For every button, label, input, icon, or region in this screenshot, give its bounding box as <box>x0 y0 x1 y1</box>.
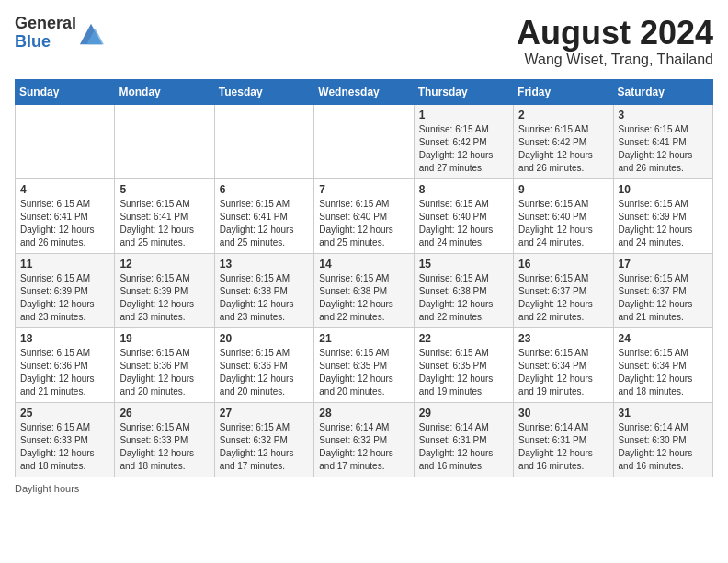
day-number: 12 <box>119 258 209 270</box>
calendar-cell: 10Sunrise: 6:15 AM Sunset: 6:39 PM Dayli… <box>613 178 712 253</box>
day-info: Sunrise: 6:15 AM Sunset: 6:35 PM Dayligh… <box>319 347 408 398</box>
calendar-header-row: SundayMondayTuesdayWednesdayThursdayFrid… <box>16 79 713 104</box>
day-number: 7 <box>319 183 408 196</box>
calendar-cell <box>314 104 414 178</box>
calendar-cell: 16Sunrise: 6:15 AM Sunset: 6:37 PM Dayli… <box>514 253 613 327</box>
day-number: 13 <box>220 258 309 270</box>
day-number: 30 <box>518 407 608 419</box>
day-info: Sunrise: 6:15 AM Sunset: 6:33 PM Dayligh… <box>119 421 209 473</box>
calendar-cell: 11Sunrise: 6:15 AM Sunset: 6:39 PM Dayli… <box>16 253 115 327</box>
month-year-title: August 2024 <box>517 15 713 52</box>
page-header: General Blue August 2024 Wang Wiset, Tra… <box>15 15 713 68</box>
header-wednesday: Wednesday <box>314 79 414 104</box>
header-thursday: Thursday <box>414 79 513 104</box>
day-number: 1 <box>419 109 508 121</box>
day-number: 4 <box>20 183 109 196</box>
day-info: Sunrise: 6:14 AM Sunset: 6:32 PM Dayligh… <box>319 421 408 473</box>
day-info: Sunrise: 6:15 AM Sunset: 6:32 PM Dayligh… <box>220 421 309 473</box>
day-info: Sunrise: 6:15 AM Sunset: 6:36 PM Dayligh… <box>20 347 109 398</box>
day-number: 22 <box>419 332 508 345</box>
day-info: Sunrise: 6:15 AM Sunset: 6:37 PM Dayligh… <box>518 272 608 324</box>
day-number: 29 <box>419 407 508 419</box>
calendar-cell: 14Sunrise: 6:15 AM Sunset: 6:38 PM Dayli… <box>314 253 414 327</box>
calendar-cell: 20Sunrise: 6:15 AM Sunset: 6:36 PM Dayli… <box>214 327 313 402</box>
header-sunday: Sunday <box>16 79 115 104</box>
calendar-cell: 2Sunrise: 6:15 AM Sunset: 6:42 PM Daylig… <box>514 104 613 178</box>
day-number: 3 <box>619 109 708 121</box>
day-number: 6 <box>220 183 309 196</box>
day-info: Sunrise: 6:15 AM Sunset: 6:42 PM Dayligh… <box>419 123 508 175</box>
day-info: Sunrise: 6:14 AM Sunset: 6:31 PM Dayligh… <box>419 421 508 473</box>
daylight-hours-label: Daylight hours <box>15 483 79 494</box>
calendar-cell: 3Sunrise: 6:15 AM Sunset: 6:41 PM Daylig… <box>613 104 712 178</box>
day-info: Sunrise: 6:15 AM Sunset: 6:41 PM Dayligh… <box>619 123 708 175</box>
title-block: August 2024 Wang Wiset, Trang, Thailand <box>517 15 713 68</box>
day-number: 2 <box>518 109 608 121</box>
day-number: 9 <box>518 183 608 196</box>
day-number: 31 <box>619 407 708 419</box>
day-info: Sunrise: 6:15 AM Sunset: 6:40 PM Dayligh… <box>319 198 408 249</box>
day-info: Sunrise: 6:15 AM Sunset: 6:41 PM Dayligh… <box>119 198 209 249</box>
day-info: Sunrise: 6:15 AM Sunset: 6:33 PM Dayligh… <box>20 421 109 473</box>
day-info: Sunrise: 6:15 AM Sunset: 6:40 PM Dayligh… <box>419 198 508 249</box>
calendar-cell: 29Sunrise: 6:14 AM Sunset: 6:31 PM Dayli… <box>414 402 513 477</box>
calendar-cell: 5Sunrise: 6:15 AM Sunset: 6:41 PM Daylig… <box>115 178 214 253</box>
calendar-table: SundayMondayTuesdayWednesdayThursdayFrid… <box>15 79 713 477</box>
calendar-cell: 7Sunrise: 6:15 AM Sunset: 6:40 PM Daylig… <box>314 178 414 253</box>
calendar-cell: 9Sunrise: 6:15 AM Sunset: 6:40 PM Daylig… <box>514 178 613 253</box>
header-tuesday: Tuesday <box>214 79 313 104</box>
calendar-week-row: 11Sunrise: 6:15 AM Sunset: 6:39 PM Dayli… <box>16 253 713 327</box>
day-info: Sunrise: 6:15 AM Sunset: 6:39 PM Dayligh… <box>119 272 209 324</box>
calendar-cell: 25Sunrise: 6:15 AM Sunset: 6:33 PM Dayli… <box>16 402 115 477</box>
day-number: 17 <box>619 258 708 270</box>
day-info: Sunrise: 6:15 AM Sunset: 6:38 PM Dayligh… <box>319 272 408 324</box>
day-info: Sunrise: 6:15 AM Sunset: 6:38 PM Dayligh… <box>419 272 508 324</box>
calendar-cell <box>115 104 214 178</box>
calendar-cell: 30Sunrise: 6:14 AM Sunset: 6:31 PM Dayli… <box>514 402 613 477</box>
day-number: 23 <box>518 332 608 345</box>
logo-blue-text: Blue <box>15 32 51 51</box>
day-info: Sunrise: 6:15 AM Sunset: 6:40 PM Dayligh… <box>518 198 608 249</box>
day-number: 21 <box>319 332 408 345</box>
calendar-cell: 4Sunrise: 6:15 AM Sunset: 6:41 PM Daylig… <box>16 178 115 253</box>
calendar-cell: 26Sunrise: 6:15 AM Sunset: 6:33 PM Dayli… <box>115 402 214 477</box>
calendar-cell: 18Sunrise: 6:15 AM Sunset: 6:36 PM Dayli… <box>16 327 115 402</box>
calendar-cell <box>214 104 313 178</box>
calendar-week-row: 4Sunrise: 6:15 AM Sunset: 6:41 PM Daylig… <box>16 178 713 253</box>
header-monday: Monday <box>115 79 214 104</box>
day-number: 14 <box>319 258 408 270</box>
logo: General Blue <box>15 15 104 52</box>
day-number: 26 <box>119 407 209 419</box>
calendar-cell: 8Sunrise: 6:15 AM Sunset: 6:40 PM Daylig… <box>414 178 513 253</box>
day-number: 16 <box>518 258 608 270</box>
calendar-cell <box>16 104 115 178</box>
day-info: Sunrise: 6:14 AM Sunset: 6:30 PM Dayligh… <box>619 421 708 473</box>
day-info: Sunrise: 6:15 AM Sunset: 6:41 PM Dayligh… <box>220 198 309 249</box>
day-info: Sunrise: 6:15 AM Sunset: 6:41 PM Dayligh… <box>20 198 109 249</box>
day-number: 28 <box>319 407 408 419</box>
day-info: Sunrise: 6:15 AM Sunset: 6:34 PM Dayligh… <box>619 347 708 398</box>
day-number: 25 <box>20 407 109 419</box>
calendar-cell: 27Sunrise: 6:15 AM Sunset: 6:32 PM Dayli… <box>214 402 313 477</box>
day-info: Sunrise: 6:15 AM Sunset: 6:39 PM Dayligh… <box>20 272 109 324</box>
header-saturday: Saturday <box>613 79 712 104</box>
calendar-week-row: 25Sunrise: 6:15 AM Sunset: 6:33 PM Dayli… <box>16 402 713 477</box>
calendar-cell: 13Sunrise: 6:15 AM Sunset: 6:38 PM Dayli… <box>214 253 313 327</box>
day-number: 27 <box>220 407 309 419</box>
day-info: Sunrise: 6:14 AM Sunset: 6:31 PM Dayligh… <box>518 421 608 473</box>
calendar-cell: 15Sunrise: 6:15 AM Sunset: 6:38 PM Dayli… <box>414 253 513 327</box>
day-info: Sunrise: 6:15 AM Sunset: 6:34 PM Dayligh… <box>518 347 608 398</box>
day-info: Sunrise: 6:15 AM Sunset: 6:37 PM Dayligh… <box>619 272 708 324</box>
calendar-cell: 24Sunrise: 6:15 AM Sunset: 6:34 PM Dayli… <box>613 327 712 402</box>
calendar-cell: 6Sunrise: 6:15 AM Sunset: 6:41 PM Daylig… <box>214 178 313 253</box>
logo-icon <box>78 20 104 46</box>
calendar-cell: 21Sunrise: 6:15 AM Sunset: 6:35 PM Dayli… <box>314 327 414 402</box>
day-info: Sunrise: 6:15 AM Sunset: 6:39 PM Dayligh… <box>619 198 708 249</box>
day-number: 20 <box>220 332 309 345</box>
location-subtitle: Wang Wiset, Trang, Thailand <box>517 52 713 68</box>
day-number: 24 <box>619 332 708 345</box>
day-number: 19 <box>119 332 209 345</box>
header-friday: Friday <box>514 79 613 104</box>
calendar-week-row: 18Sunrise: 6:15 AM Sunset: 6:36 PM Dayli… <box>16 327 713 402</box>
day-info: Sunrise: 6:15 AM Sunset: 6:42 PM Dayligh… <box>518 123 608 175</box>
